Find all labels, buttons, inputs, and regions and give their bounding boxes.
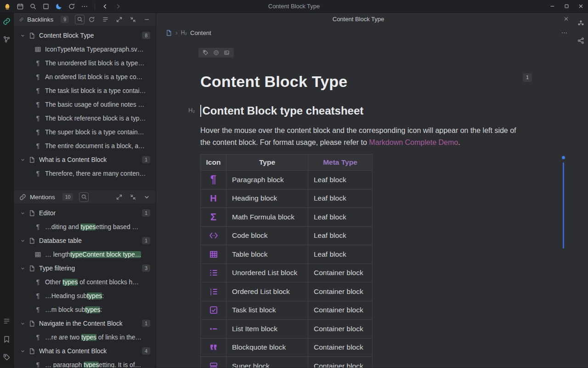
outline-dock-icon[interactable] bbox=[3, 317, 11, 325]
table-header-row: Icon Type Meta Type bbox=[201, 155, 373, 171]
section-heading[interactable]: Content Block type cheatsheet bbox=[203, 104, 364, 118]
backlink-item-row[interactable]: IconTypeMeta Typeparagraph.sv… bbox=[14, 42, 156, 56]
tag-attr-icon[interactable] bbox=[203, 50, 209, 56]
mention-item-row[interactable]: … lengthtypeContent block type… bbox=[14, 247, 156, 261]
bookmark-dock-icon[interactable] bbox=[3, 335, 11, 343]
daily-note-icon[interactable] bbox=[17, 3, 24, 10]
plugin-icon[interactable] bbox=[577, 19, 585, 27]
backlinks-toolbar bbox=[88, 16, 150, 23]
breadcrumb-item[interactable]: Content bbox=[190, 29, 211, 36]
file-icon bbox=[28, 320, 35, 327]
chevron-down-icon[interactable] bbox=[20, 321, 25, 326]
block-type-cell: Math Formula block bbox=[226, 208, 308, 227]
tab-close-icon[interactable] bbox=[563, 16, 570, 23]
chevron-down-icon[interactable] bbox=[20, 266, 25, 271]
block-meta-cell: Container block bbox=[308, 301, 373, 320]
mention-item-row[interactable]: ¶… paragraph typesetting. It is of… bbox=[14, 358, 156, 368]
emoji-attr-icon[interactable] bbox=[213, 50, 219, 56]
right-dock bbox=[577, 19, 585, 45]
doc-label: Editor bbox=[39, 210, 138, 217]
backlinks-refresh-icon[interactable] bbox=[88, 16, 95, 23]
dark-mode-moon-icon[interactable] bbox=[55, 3, 62, 10]
mention-doc-row[interactable]: What is a Content Block4 bbox=[14, 344, 156, 358]
backlink-item-row[interactable]: ¶An ordered list block is a type co… bbox=[14, 70, 156, 84]
tag-dock-icon[interactable] bbox=[3, 353, 11, 361]
chevron-down-icon[interactable] bbox=[20, 211, 25, 216]
document-content: Content Block Type 1 H₂ Content Block ty… bbox=[156, 40, 588, 368]
mentions-count-badge: 10 bbox=[62, 193, 74, 201]
backlinks-search-icon[interactable] bbox=[75, 15, 85, 24]
document-title[interactable]: Content Block Type bbox=[200, 71, 347, 92]
backlinks-collapse-icon[interactable] bbox=[130, 16, 136, 23]
block-type-cell: Task list block bbox=[226, 301, 308, 320]
block-icon-cell bbox=[201, 282, 226, 301]
image-attr-icon[interactable] bbox=[224, 50, 230, 56]
titlebar: Content Block Type bbox=[0, 0, 588, 13]
chevron-down-icon[interactable] bbox=[20, 157, 25, 162]
tab-title[interactable]: Content Block Type bbox=[333, 16, 384, 23]
sync-icon[interactable] bbox=[68, 3, 75, 10]
table-row: HHeading blockLeaf block bbox=[201, 189, 373, 208]
backlink-item-row[interactable]: ¶The task list block is a type contai… bbox=[14, 84, 156, 98]
backlink-item-row[interactable]: ¶The block reference block is a typ… bbox=[14, 111, 156, 125]
network-icon[interactable] bbox=[577, 37, 585, 45]
paragraph[interactable]: Hover the mouse over the content block a… bbox=[200, 125, 527, 149]
mentions-search-icon[interactable] bbox=[79, 192, 89, 202]
doc-label: What is a Content Block bbox=[39, 156, 138, 163]
global-search-icon[interactable] bbox=[29, 3, 37, 10]
chevron-down-icon[interactable] bbox=[20, 349, 25, 354]
backlinks-layout-icon[interactable] bbox=[102, 16, 109, 23]
mention-doc-row[interactable]: Editor1 bbox=[14, 206, 156, 220]
mention-item-row[interactable]: ¶…re are two types of links in the… bbox=[14, 330, 156, 344]
block-type-cell: Unordered List block bbox=[226, 264, 308, 282]
item-text: …re are two types of links in the… bbox=[45, 334, 150, 341]
back-icon[interactable] bbox=[102, 3, 109, 10]
mentions-chevron-down-icon[interactable] bbox=[143, 194, 150, 201]
block-type-cell: Blockquote block bbox=[226, 338, 308, 357]
backlink-doc-row[interactable]: Content Block Type8 bbox=[14, 29, 156, 42]
title-ref-badge[interactable]: 1 bbox=[523, 73, 532, 82]
forward-icon[interactable] bbox=[114, 3, 122, 10]
backlink-item-row[interactable]: ¶Therefore, there are many conten… bbox=[14, 167, 156, 180]
backlink-doc-row[interactable]: What is a Content Block1 bbox=[14, 153, 156, 167]
block-type-cell: Super block bbox=[226, 357, 308, 368]
block-type-cell: Table block bbox=[226, 245, 308, 264]
minimize-button[interactable] bbox=[545, 0, 560, 12]
mention-item-row[interactable]: ¶…diting and typesetting based … bbox=[14, 220, 156, 234]
mention-item-row[interactable]: ¶…Heading subtypes: bbox=[14, 289, 156, 303]
mention-doc-row[interactable]: Navigate in the Content Block1 bbox=[14, 316, 156, 330]
heading-row: H₂ Content Block type cheatsheet bbox=[200, 104, 588, 118]
mention-item-row[interactable]: ¶Other types of content blocks h… bbox=[14, 275, 156, 289]
scrollbar-thumb[interactable] bbox=[563, 162, 564, 248]
mentions-collapse-icon[interactable] bbox=[130, 194, 136, 201]
close-window-button[interactable] bbox=[574, 0, 588, 12]
backlink-item-row[interactable]: ¶The super block is a type contain… bbox=[14, 125, 156, 139]
mentions-icon bbox=[19, 194, 26, 201]
backlink-item-row[interactable]: ¶The basic usage of outline notes … bbox=[14, 98, 156, 111]
mention-item-row[interactable]: ¶…m block subtypes: bbox=[14, 303, 156, 316]
mention-doc-row[interactable]: Type filtering3 bbox=[14, 261, 156, 275]
item-text: … paragraph typesetting. It is of… bbox=[45, 362, 150, 368]
backlink-item-row[interactable]: ¶The unordered list block is a type… bbox=[14, 56, 156, 70]
paragraph-block-icon: ¶ bbox=[208, 174, 219, 185]
heading-block-icon: H bbox=[208, 193, 219, 204]
backlinks-expand-icon[interactable] bbox=[116, 16, 123, 23]
maximize-button[interactable] bbox=[560, 0, 574, 12]
scroll-indicator-dot[interactable] bbox=[562, 156, 565, 159]
more-menu-icon[interactable] bbox=[81, 3, 88, 10]
toolbar-divider bbox=[95, 3, 95, 10]
chevron-down-icon[interactable] bbox=[20, 33, 25, 38]
breadcrumb-more-icon[interactable] bbox=[561, 29, 568, 36]
backlinks-dock-icon[interactable] bbox=[3, 17, 11, 25]
graph-dock-icon[interactable] bbox=[3, 35, 11, 43]
workspace-icon[interactable] bbox=[42, 3, 50, 10]
app-logo[interactable] bbox=[4, 3, 11, 10]
chevron-down-icon[interactable] bbox=[20, 238, 25, 243]
doc-link[interactable]: Markdown Complete Demo bbox=[369, 138, 458, 146]
backlink-item-row[interactable]: ¶The entire document is a block, a… bbox=[14, 139, 156, 153]
mention-doc-row[interactable]: Database table1 bbox=[14, 234, 156, 247]
document-icon[interactable] bbox=[165, 29, 172, 36]
mentions-expand-icon[interactable] bbox=[116, 194, 123, 201]
backlinks-tree: Content Block Type8IconTypeMeta Typepara… bbox=[14, 26, 156, 180]
backlinks-min-icon[interactable] bbox=[143, 16, 150, 23]
